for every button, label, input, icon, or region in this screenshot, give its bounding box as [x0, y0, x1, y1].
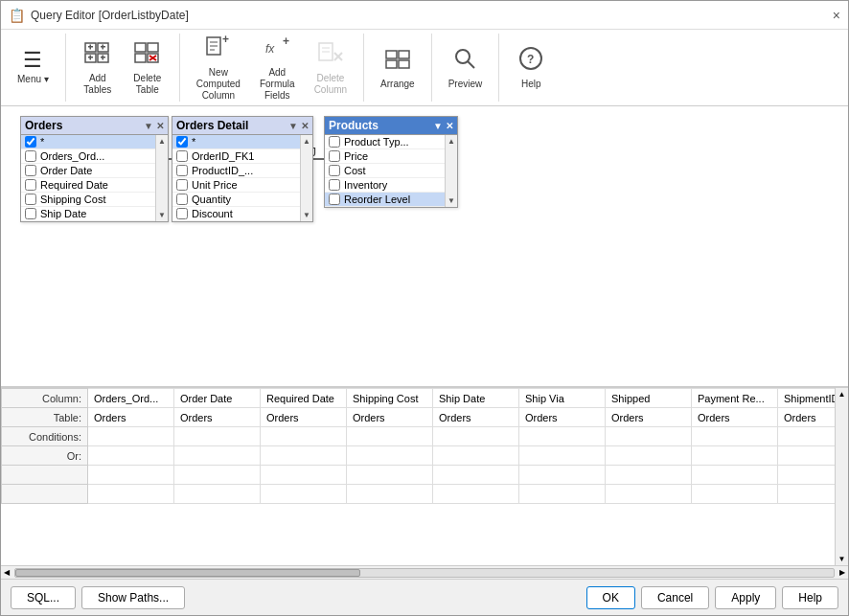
grid-cell[interactable]: [778, 427, 836, 446]
products-row-cost[interactable]: Cost ✓: [325, 164, 457, 178]
orders-detail-scroll-up[interactable]: ▲: [303, 137, 310, 146]
orders-detail-header[interactable]: Orders Detail ▼ ✕: [172, 117, 312, 135]
orders-detail-scroll-down[interactable]: ▼: [303, 211, 310, 219]
orders-row-orders-ord[interactable]: Orders_Ord... ✓: [21, 149, 168, 164]
grid-cell[interactable]: [88, 466, 174, 485]
grid-cell[interactable]: [433, 485, 519, 504]
grid-vscroll-down[interactable]: ▼: [838, 555, 846, 563]
orders-scroll-down[interactable]: ▼: [158, 211, 166, 219]
grid-cell[interactable]: [778, 485, 836, 504]
grid-cell[interactable]: [261, 466, 347, 485]
orders-ship-cost-checkbox[interactable]: [25, 194, 36, 205]
orders-detail-row-unit-price[interactable]: Unit Price ✓: [172, 178, 312, 193]
grid-cell[interactable]: [606, 446, 692, 466]
grid-cell[interactable]: Payment Re...: [692, 389, 778, 408]
delete-column-button[interactable]: DeleteColumn: [306, 35, 356, 101]
products-cost-checkbox[interactable]: [329, 165, 340, 176]
apply-button[interactable]: Apply: [715, 586, 776, 609]
grid-cell[interactable]: [778, 466, 836, 485]
close-button[interactable]: ×: [833, 8, 840, 23]
orders-row-star[interactable]: *: [21, 135, 168, 149]
grid-cell[interactable]: Orders: [347, 408, 433, 427]
grid-cell[interactable]: [347, 466, 433, 485]
orders-req-date-checkbox[interactable]: [25, 179, 36, 191]
grid-hscroll-track[interactable]: [14, 568, 835, 578]
products-type-checkbox[interactable]: [329, 136, 340, 148]
orders-detail-quantity-checkbox[interactable]: [176, 194, 188, 205]
products-scroll-down[interactable]: ▼: [447, 196, 455, 205]
grid-cell[interactable]: Orders: [519, 408, 606, 427]
grid-hscroll-right[interactable]: ▶: [837, 568, 848, 577]
grid-cell[interactable]: [347, 427, 433, 446]
grid-cell[interactable]: Orders: [261, 408, 347, 427]
show-paths-button[interactable]: Show Paths...: [81, 586, 185, 609]
orders-detail-row-quantity[interactable]: Quantity ✓: [172, 193, 312, 207]
orders-row-ship-date[interactable]: Ship Date: [21, 207, 168, 221]
grid-cell[interactable]: [692, 446, 778, 466]
orders-detail-productid-checkbox[interactable]: [176, 165, 188, 176]
orders-star-checkbox[interactable]: [25, 136, 36, 148]
add-tables-button[interactable]: AddTables: [74, 35, 122, 101]
grid-cell[interactable]: Required Date: [261, 389, 347, 408]
grid-cell[interactable]: [174, 466, 261, 485]
grid-cell[interactable]: Orders: [606, 408, 692, 427]
help-toolbar-button[interactable]: ? Help: [507, 35, 555, 101]
orders-scroll-up[interactable]: ▲: [158, 137, 166, 146]
cancel-button[interactable]: Cancel: [641, 586, 709, 609]
products-row-reorder[interactable]: Reorder Level: [325, 193, 457, 207]
products-filter-icon[interactable]: ▼: [433, 121, 443, 131]
grid-cell[interactable]: Shipped: [606, 389, 692, 408]
products-table-header[interactable]: Products ▼ ✕: [325, 117, 457, 135]
grid-cell[interactable]: Orders: [433, 408, 519, 427]
grid-cell[interactable]: Orders: [174, 408, 261, 427]
orders-table-header[interactable]: Orders ▼ ✕: [21, 117, 168, 135]
grid-cell[interactable]: Order Date: [174, 389, 261, 408]
grid-cell[interactable]: [433, 446, 519, 466]
products-close-icon[interactable]: ✕: [446, 121, 453, 131]
grid-cell[interactable]: [261, 427, 347, 446]
grid-vscroll-up[interactable]: ▲: [838, 390, 846, 399]
orders-close-icon[interactable]: ✕: [156, 121, 164, 131]
grid-cell[interactable]: [606, 466, 692, 485]
grid-cell[interactable]: Orders_Ord...: [88, 389, 174, 408]
grid-cell[interactable]: [261, 446, 347, 466]
products-scroll-up[interactable]: ▲: [447, 137, 455, 146]
orders-detail-star-checkbox[interactable]: [176, 136, 188, 148]
grid-hscroll-thumb[interactable]: [15, 569, 360, 577]
grid-cell[interactable]: ShipmentID...: [778, 389, 836, 408]
grid-cell[interactable]: [606, 485, 692, 504]
grid-cell[interactable]: [174, 446, 261, 466]
grid-cell[interactable]: [88, 446, 174, 466]
grid-table-wrapper[interactable]: Column: Orders_Ord... Order Date Require…: [1, 388, 835, 565]
grid-cell[interactable]: [347, 485, 433, 504]
orders-detail-row-orderid[interactable]: OrderID_FK1 ✓: [172, 149, 312, 164]
products-price-checkbox[interactable]: [329, 150, 340, 162]
orders-row-order-date[interactable]: Order Date ✓: [21, 164, 168, 178]
grid-hscroll-left[interactable]: ◀: [1, 568, 12, 577]
products-reorder-checkbox[interactable]: [329, 194, 340, 205]
grid-cell[interactable]: Ship Via: [519, 389, 606, 408]
grid-cell[interactable]: [88, 485, 174, 504]
orders-detail-row-productid[interactable]: ProductID_... ✓: [172, 164, 312, 178]
ok-button[interactable]: OK: [586, 586, 635, 609]
grid-cell[interactable]: [778, 446, 836, 466]
products-row-price[interactable]: Price ✓: [325, 149, 457, 164]
grid-cell[interactable]: Shipping Cost: [347, 389, 433, 408]
grid-cell[interactable]: [433, 427, 519, 446]
grid-cell[interactable]: Orders: [88, 408, 174, 427]
products-inventory-checkbox[interactable]: [329, 179, 340, 191]
orders-detail-filter-icon[interactable]: ▼: [288, 121, 298, 131]
orders-filter-icon[interactable]: ▼: [144, 121, 153, 131]
grid-cell[interactable]: [261, 485, 347, 504]
grid-cell[interactable]: Orders: [692, 408, 778, 427]
orders-detail-row-star[interactable]: *: [172, 135, 312, 149]
products-row-product-type[interactable]: Product Typ... ✓: [325, 135, 457, 149]
grid-cell[interactable]: [692, 427, 778, 446]
products-row-inventory[interactable]: Inventory: [325, 178, 457, 193]
grid-cell[interactable]: [174, 427, 261, 446]
new-computed-column-button[interactable]: + NewComputedColumn: [188, 35, 249, 101]
arrange-button[interactable]: Arrange: [372, 35, 424, 101]
grid-cell[interactable]: [692, 485, 778, 504]
grid-cell[interactable]: [519, 446, 606, 466]
grid-cell[interactable]: [174, 485, 261, 504]
